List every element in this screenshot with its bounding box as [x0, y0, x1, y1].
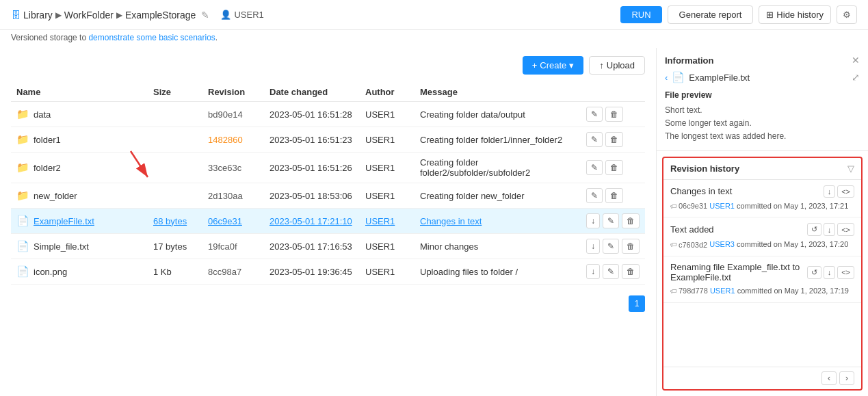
col-header-author: Author	[360, 83, 415, 102]
cell-date: 2023-05-01 16:51:28	[264, 102, 360, 127]
user-link[interactable]: USER1	[709, 202, 735, 210]
revision-item-actions: ↺ ↓ <>	[807, 223, 854, 236]
delete-button[interactable]: 🗑	[622, 239, 640, 254]
hide-history-button[interactable]: ⊞ Hide history	[759, 5, 831, 24]
grid-icon: ⊞	[766, 10, 774, 20]
cell-actions: ✎ 🗑	[581, 127, 645, 153]
file-name-text[interactable]: folder1	[34, 135, 61, 145]
file-icon: 📄	[16, 215, 29, 227]
back-button[interactable]: ‹	[665, 72, 668, 83]
breadcrumb-sep-1: ▶	[55, 10, 62, 20]
breadcrumb-workfolder[interactable]: WorkFolder	[64, 10, 114, 21]
table-row[interactable]: 📁new_folder 2d130aa 2023-05-01 18:53:06 …	[11, 183, 645, 209]
table-row[interactable]: 📄Simple_file.txt 17 bytes 19fca0f 2023-0…	[11, 234, 645, 259]
settings-button[interactable]: ⚙	[837, 5, 857, 24]
revision-meta: 🏷 c7603d2 USER3 committed on May 1, 2023…	[670, 239, 854, 250]
col-header-name: Name	[11, 83, 148, 102]
delete-button[interactable]: 🗑	[605, 160, 623, 175]
cell-size	[148, 127, 202, 153]
message-text: Creating folder new_folder	[420, 191, 524, 201]
breadcrumb-library[interactable]: Library	[23, 10, 53, 21]
table-row[interactable]: 📁folder1 1482860 2023-05-01 16:51:23 USE…	[11, 127, 645, 153]
upload-button[interactable]: ↑ Upload	[589, 56, 645, 75]
create-button[interactable]: + Create ▾	[523, 56, 584, 75]
revision-text: 19fca0f	[208, 241, 237, 252]
col-header-actions	[581, 83, 645, 102]
table-row[interactable]: 📁data bd90e14 2023-05-01 16:51:28 USER1 …	[11, 102, 645, 127]
run-button[interactable]: RUN	[620, 6, 661, 23]
file-name-text[interactable]: folder2	[34, 163, 61, 173]
next-page-button[interactable]: ›	[839, 371, 854, 385]
revision-link[interactable]: 06c9e31	[208, 216, 242, 226]
hash-value: c7603d2	[679, 239, 707, 251]
breadcrumb-examplestorage[interactable]: ExampleStorage	[125, 10, 196, 21]
author-link[interactable]: USER1	[365, 216, 395, 226]
table-row[interactable]: 📁folder2 33ce63c 2023-05-01 16:51:26 USE…	[11, 153, 645, 183]
file-preview-content: Short text.Some longer text again.The lo…	[665, 104, 860, 144]
folder-icon: 📁	[16, 133, 29, 146]
table-row[interactable]: 📄icon.png 1 Kb 8cc98a7 2023-05-01 19:36:…	[11, 259, 645, 285]
right-panel: Information ✕ ‹ 📄 ExampleFile.txt ⤢ File…	[656, 48, 868, 396]
user-link[interactable]: USER3	[709, 240, 735, 248]
close-icon[interactable]: ✕	[852, 55, 860, 66]
download-revision-button[interactable]: ↓	[824, 266, 836, 279]
diff-button[interactable]: <>	[837, 185, 854, 198]
author-text: USER1	[365, 267, 395, 277]
delete-button[interactable]: 🗑	[605, 188, 623, 203]
restore-button[interactable]: ↺	[807, 223, 821, 236]
preview-line: Short text.	[665, 104, 860, 117]
diff-button[interactable]: <>	[837, 223, 854, 236]
page-number[interactable]: 1	[629, 295, 645, 312]
prev-page-button[interactable]: ‹	[821, 371, 837, 385]
hash-value: 798d778	[679, 285, 708, 297]
revision-header: Revision history ▽	[663, 158, 861, 180]
download-revision-button[interactable]: ↓	[824, 185, 836, 198]
diff-button[interactable]: <>	[837, 266, 854, 279]
message-text: Uploading files to folder /	[420, 267, 518, 277]
file-size-link[interactable]: 68 bytes	[153, 216, 187, 226]
col-header-size: Size	[148, 83, 202, 102]
storage-icon: 🗄	[11, 10, 21, 21]
edit-button[interactable]: ✎	[586, 107, 603, 122]
download-button[interactable]: ↓	[586, 239, 600, 254]
file-name-text[interactable]: data	[34, 109, 51, 120]
top-bar: 🗄 Library ▶ WorkFolder ▶ ExampleStorage …	[0, 0, 868, 30]
edit-button[interactable]: ✎	[603, 213, 619, 228]
download-button[interactable]: ↓	[586, 264, 600, 279]
edit-button[interactable]: ✎	[586, 188, 603, 203]
edit-button[interactable]: ✎	[586, 160, 603, 175]
file-size: 17 bytes	[153, 241, 187, 252]
message-link[interactable]: Changes in text	[420, 216, 482, 226]
restore-button[interactable]: ↺	[807, 266, 821, 279]
edit-button[interactable]: ✎	[586, 132, 603, 147]
info-title: Information	[665, 55, 714, 66]
edit-button[interactable]: ✎	[603, 264, 619, 279]
delete-button[interactable]: 🗑	[622, 264, 640, 279]
revision-text: 8cc98a7	[208, 267, 241, 277]
filter-icon[interactable]: ▽	[847, 163, 854, 174]
delete-button[interactable]: 🗑	[622, 213, 640, 228]
file-name-link[interactable]: ExampleFile.txt	[34, 216, 94, 226]
delete-button[interactable]: 🗑	[605, 107, 623, 122]
edit-icon[interactable]: ✎	[201, 10, 209, 21]
cell-message: Minor changes	[415, 234, 581, 259]
cell-name: 📄icon.png	[11, 259, 148, 285]
cell-revision: 8cc98a7	[202, 259, 264, 285]
edit-button[interactable]: ✎	[603, 239, 619, 254]
file-name-text[interactable]: new_folder	[34, 191, 77, 201]
expand-icon[interactable]: ⤢	[852, 72, 860, 83]
user-link[interactable]: USER1	[710, 287, 735, 295]
generate-report-button[interactable]: Generate report	[668, 5, 754, 24]
tag-icon: 🏷	[670, 286, 677, 296]
cell-name: 📄ExampleFile.txt	[11, 209, 148, 234]
download-button[interactable]: ↓	[586, 213, 600, 228]
table-row[interactable]: 📄ExampleFile.txt 68 bytes 06c9e31 2023-0…	[11, 209, 645, 234]
plus-icon: +	[532, 60, 538, 70]
subtitle-link[interactable]: demonstrate some basic scenarios	[88, 33, 215, 42]
download-revision-button[interactable]: ↓	[824, 223, 836, 236]
top-actions: RUN Generate report ⊞ Hide history ⚙	[620, 5, 857, 24]
revision-item: Changes in text ↓ <> 🏷 06c9e31 USER1 com…	[663, 180, 861, 218]
revision-meta: 🏷 798d778 USER1 committed on May 1, 2023…	[670, 285, 854, 297]
date-link[interactable]: 2023-05-01 17:21:10	[269, 216, 352, 226]
delete-button[interactable]: 🗑	[605, 132, 623, 147]
